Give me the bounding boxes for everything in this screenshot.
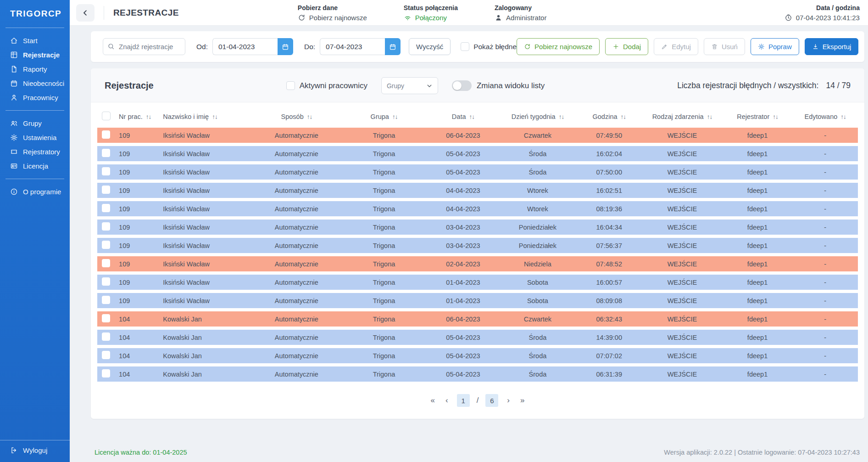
search-input[interactable] [103, 38, 185, 55]
date-from-group: Od: [196, 38, 293, 55]
date-from-calendar-button[interactable] [278, 38, 293, 55]
sidebar-item-pracownicy[interactable]: Pracownicy [0, 90, 70, 105]
row-checkbox[interactable] [102, 314, 110, 322]
cell-rodzaj-zdarzenia: WEJŚCIE [642, 164, 723, 180]
table-row[interactable]: 109Iksiński WacławAutomatycznieTrigona03… [97, 220, 858, 235]
add-button[interactable]: Dodaj [605, 38, 648, 55]
cell-edytowano: - [792, 183, 858, 198]
show-errors-checkbox[interactable] [461, 42, 469, 51]
column-header-rejestrator[interactable]: Rejestrator↑↓ [723, 107, 793, 124]
cell-dzien-tygodnia: Czwartek [499, 311, 576, 327]
export-button-label: Eksportuj [823, 43, 851, 51]
cell-nr-prac: 109 [117, 128, 161, 143]
row-checkbox[interactable] [102, 149, 110, 157]
delete-button[interactable]: Usuń [704, 38, 745, 55]
cell-data: 04-04-2023 [428, 183, 499, 198]
select-all-checkbox[interactable] [102, 112, 111, 120]
table-row[interactable]: 104Kowalski JanAutomatycznieTrigona05-04… [97, 348, 858, 363]
cell-dzien-tygodnia: Niedziela [499, 256, 576, 271]
first-page-button[interactable]: « [428, 395, 436, 406]
cell-grupa: Trigona [341, 330, 428, 345]
sidebar-item-rejestratory[interactable]: Rejestratory [0, 145, 70, 159]
date-from-input[interactable] [212, 38, 278, 55]
prev-page-button[interactable]: ‹ [444, 395, 450, 406]
cell-rejestrator: fdeep1 [723, 348, 793, 363]
column-header-rodzaj-zdarzenia[interactable]: Rodzaj zdarzenia↑↓ [642, 107, 723, 124]
add-button-label: Dodaj [623, 43, 641, 51]
row-checkbox[interactable] [102, 332, 110, 341]
column-header-grupa[interactable]: Grupa↑↓ [341, 107, 428, 124]
column-header-nr-prac[interactable]: Nr prac.↑↓ [117, 107, 161, 124]
table-row[interactable]: 109Iksiński WacławAutomatycznieTrigona01… [97, 275, 858, 290]
cell-edytowano: - [792, 366, 858, 382]
back-button[interactable] [76, 4, 95, 22]
table-row[interactable]: 109Iksiński WacławAutomatycznieTrigona02… [97, 256, 858, 271]
table-row[interactable]: 109Iksiński WacławAutomatycznieTrigona01… [97, 293, 858, 308]
app-root: TRIGORCP StartRejestracjeRaportyNieobecn… [0, 0, 868, 462]
column-header-dzien-tygodnia[interactable]: Dzień tygodnia↑↓ [499, 107, 576, 124]
chevron-down-icon [426, 83, 433, 89]
sidebar-item-o-programie[interactable]: O programie [0, 185, 70, 199]
logout-button[interactable]: Wyloguj [0, 440, 70, 462]
clear-button[interactable]: Wyczyść [409, 38, 451, 55]
next-page-button[interactable]: › [505, 395, 512, 406]
row-checkbox[interactable] [102, 277, 110, 286]
logged-user-title: Zalogowany [495, 4, 546, 11]
sidebar-item-raporty[interactable]: Raporty [0, 62, 70, 76]
table-row[interactable]: 104Kowalski JanAutomatycznieTrigona06-04… [97, 311, 858, 327]
cell-data: 01-04-2023 [428, 275, 499, 290]
table-row[interactable]: 104Kowalski JanAutomatycznieTrigona05-04… [97, 330, 858, 345]
last-page-button[interactable]: » [518, 395, 526, 406]
sidebar-item-grupy[interactable]: Grupy [0, 116, 70, 130]
sidebar-item-rejestracje[interactable]: Rejestracje [0, 48, 70, 62]
date-from-label: Od: [196, 43, 208, 51]
column-header-sposob[interactable]: Sposób↑↓ [252, 107, 340, 124]
current-page[interactable]: 1 [457, 394, 470, 407]
row-checkbox[interactable] [102, 296, 110, 304]
active-employees-checkbox[interactable] [286, 81, 295, 90]
date-to-input[interactable] [320, 38, 385, 55]
column-header-godzina[interactable]: Godzina↑↓ [576, 107, 642, 124]
sort-icon: ↑↓ [146, 113, 151, 120]
row-checkbox[interactable] [102, 351, 110, 359]
row-checkbox[interactable] [102, 241, 110, 249]
table-row[interactable]: 109Iksiński WacławAutomatycznieTrigona05… [97, 164, 858, 180]
view-toggle[interactable] [452, 80, 472, 91]
table-row[interactable]: 104Kowalski JanAutomatycznieTrigona05-04… [97, 366, 858, 382]
download-data-block[interactable]: Pobierz dane Pobierz najnowsze [298, 4, 367, 22]
row-checkbox[interactable] [102, 222, 110, 231]
row-checkbox[interactable] [102, 369, 110, 377]
cell-grupa: Trigona [341, 348, 428, 363]
row-checkbox[interactable] [102, 167, 110, 175]
cell-godzina: 16:04:34 [576, 220, 642, 235]
cell-godzina: 07:49:50 [576, 128, 642, 143]
registrations-panel: Rejestracje Aktywni pracownicy Grupy Zmi… [91, 68, 864, 419]
row-checkbox[interactable] [102, 204, 110, 212]
sidebar-item-start[interactable]: Start [0, 34, 70, 48]
cell-sposob: Automatycznie [252, 256, 340, 271]
table-row[interactable]: 109Iksiński WacławAutomatycznieTrigona06… [97, 128, 858, 143]
column-header-nazwisko-i-imie[interactable]: Nazwisko i imię↑↓ [161, 107, 252, 124]
edit-button[interactable]: Edytuj [654, 38, 698, 55]
table-row[interactable]: 109Iksiński WacławAutomatycznieTrigona04… [97, 201, 858, 216]
table-row[interactable]: 109Iksiński WacławAutomatycznieTrigona03… [97, 238, 858, 253]
sidebar-item-licencja[interactable]: Licencja [0, 159, 70, 173]
sidebar-item-ustawienia[interactable]: Ustawienia [0, 130, 70, 145]
fetch-latest-button[interactable]: Pobierz najnowsze [517, 38, 600, 55]
sidebar-item-nieobecnosci[interactable]: Nieobecności [0, 76, 70, 90]
fix-button[interactable]: Popraw [751, 38, 799, 55]
row-checkbox[interactable] [102, 186, 110, 194]
group-filter-select[interactable]: Grupy [381, 77, 438, 94]
export-button[interactable]: Eksportuj [805, 38, 859, 55]
date-to-calendar-button[interactable] [385, 38, 401, 55]
table-row[interactable]: 109Iksiński WacławAutomatycznieTrigona04… [97, 183, 858, 198]
column-header-data[interactable]: Data↑↓ [428, 107, 499, 124]
cell-godzina: 06:31:39 [576, 366, 642, 382]
cell-dzien-tygodnia: Sobota [499, 275, 576, 290]
table-row[interactable]: 109Iksiński WacławAutomatycznieTrigona05… [97, 146, 858, 161]
row-checkbox[interactable] [102, 259, 110, 267]
cell-edytowano: - [792, 146, 858, 161]
cell-sposob: Automatycznie [252, 183, 340, 198]
row-checkbox[interactable] [102, 130, 110, 139]
column-header-edytowano[interactable]: Edytowano↑↓ [792, 107, 858, 124]
